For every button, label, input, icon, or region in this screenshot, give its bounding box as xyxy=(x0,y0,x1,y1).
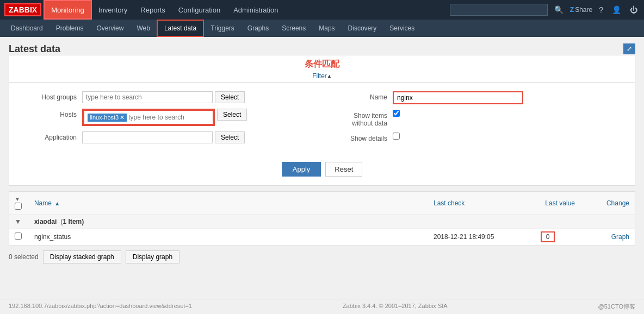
host-groups-input[interactable] xyxy=(82,91,213,103)
row-graph-cell: Graph xyxy=(580,229,635,246)
th-select-all: ▼ xyxy=(9,192,29,215)
show-details-row: Show details xyxy=(333,133,622,142)
bottom-bar: 0 selected Display stacked graph Display… xyxy=(9,246,635,268)
sec-nav-triggers[interactable]: Triggers xyxy=(204,20,241,37)
application-select-button[interactable]: Select xyxy=(215,131,245,143)
row-name-cell: nginx_status xyxy=(29,229,428,246)
condition-match-text: 条件匹配 xyxy=(9,55,635,70)
last-value-box: 0 xyxy=(541,231,555,242)
user-icon[interactable]: 👤 xyxy=(610,5,623,14)
sec-nav-discovery[interactable]: Discovery xyxy=(342,20,383,37)
table-header-row: ▼ Name ▲ Last check Last value Change xyxy=(9,192,635,215)
zabbix-logo: ZABBIX xyxy=(4,3,41,16)
filter-left: Host groups Select Hosts linux-host3 ✕ xyxy=(22,91,311,149)
sec-nav-maps[interactable]: Maps xyxy=(312,20,341,37)
group-name-cell: xiaodai (1 Item) xyxy=(29,215,635,229)
row-checkbox-cell[interactable] xyxy=(9,229,29,246)
filter-body: Host groups Select Hosts linux-host3 ✕ xyxy=(9,83,635,158)
host-tag-linux-host3: linux-host3 ✕ xyxy=(88,114,127,122)
sec-nav-web[interactable]: Web xyxy=(130,20,156,37)
main-nav: Monitoring Inventory Reports Configurati… xyxy=(44,0,450,20)
filter-title[interactable]: Filter xyxy=(312,72,327,80)
help-icon[interactable]: ? xyxy=(597,5,605,14)
graph-link[interactable]: Graph xyxy=(611,233,629,241)
secondary-navigation: Dashboard Problems Overview Web Latest d… xyxy=(0,20,644,37)
nav-reports[interactable]: Reports xyxy=(134,0,172,20)
nav-monitoring[interactable]: Monitoring xyxy=(44,0,92,20)
fullscreen-button[interactable]: ⤢ xyxy=(623,43,635,54)
main-content: Latest data ⤢ 条件匹配 Filter ▲ Host groups … xyxy=(0,37,644,274)
host-tag-close-icon[interactable]: ✕ xyxy=(120,114,125,121)
sec-nav-screens[interactable]: Screens xyxy=(275,20,312,37)
host-tags-area[interactable]: linux-host3 ✕ xyxy=(83,110,214,125)
top-search-input[interactable] xyxy=(450,4,548,16)
expand-icon[interactable]: ▼ xyxy=(15,196,20,202)
hosts-input-wrapper: linux-host3 ✕ xyxy=(82,109,215,126)
name-input[interactable] xyxy=(393,91,523,104)
show-details-label: Show details xyxy=(333,133,393,142)
nav-inventory[interactable]: Inventory xyxy=(92,0,134,20)
display-stacked-graph-button[interactable]: Display stacked graph xyxy=(43,250,121,263)
application-input[interactable] xyxy=(82,131,213,143)
sec-nav-latest-data[interactable]: Latest data xyxy=(157,20,204,37)
show-items-label: Show items without data xyxy=(333,110,393,127)
group-count-close: ) xyxy=(82,218,84,225)
hosts-row: Hosts linux-host3 ✕ Select xyxy=(22,109,311,126)
row-last-check-cell: 2018-12-21 18:49:05 xyxy=(428,229,515,246)
show-items-checkbox[interactable] xyxy=(393,110,400,117)
th-change: Change xyxy=(580,192,635,215)
group-chevron-icon[interactable]: ▼ xyxy=(15,218,21,225)
display-graph-button[interactable]: Display graph xyxy=(126,250,179,263)
th-name-label: Name xyxy=(34,199,52,207)
filter-arrow-icon: ▲ xyxy=(327,73,332,79)
search-icon[interactable]: 🔍 xyxy=(552,5,566,14)
nav-administration[interactable]: Administration xyxy=(227,0,284,20)
group-count-text: 1 Item xyxy=(63,218,82,225)
data-table-wrapper: ▼ Name ▲ Last check Last value Change xyxy=(9,191,635,246)
data-table: ▼ Name ▲ Last check Last value Change xyxy=(9,192,635,246)
hosts-label: Hosts xyxy=(22,109,82,118)
hosts-select-button[interactable]: Select xyxy=(217,109,247,121)
name-row: Name xyxy=(333,91,622,104)
filter-right: Name Show items without data Show detail… xyxy=(333,91,622,149)
item-name: nginx_status xyxy=(34,233,71,241)
filter-section: 条件匹配 Filter ▲ Host groups Select Hosts xyxy=(9,55,635,186)
share-button[interactable]: Z Share xyxy=(570,6,592,14)
filter-actions: Apply Reset xyxy=(9,158,635,185)
sec-nav-problems[interactable]: Problems xyxy=(49,20,90,37)
row-checkbox[interactable] xyxy=(15,233,22,240)
host-groups-label: Host groups xyxy=(22,91,82,101)
top-navigation: ZABBIX Monitoring Inventory Reports Conf… xyxy=(0,0,644,20)
table-row: nginx_status 2018-12-21 18:49:05 0 Graph xyxy=(9,229,635,246)
sec-nav-overview[interactable]: Overview xyxy=(90,20,130,37)
show-details-checkbox[interactable] xyxy=(393,133,400,140)
th-name[interactable]: Name ▲ xyxy=(29,192,428,215)
show-items-row: Show items without data xyxy=(333,110,622,127)
table-group-row: ▼ xiaodai (1 Item) xyxy=(9,215,635,229)
top-nav-right: 🔍 Z Share ? 👤 ⏻ xyxy=(450,4,640,16)
group-expand-cell[interactable]: ▼ xyxy=(9,215,29,229)
apply-button[interactable]: Apply xyxy=(282,162,321,177)
application-label: Application xyxy=(22,131,82,141)
filter-header[interactable]: Filter ▲ xyxy=(9,70,635,83)
share-label: Share xyxy=(575,6,592,14)
nav-configuration[interactable]: Configuration xyxy=(172,0,227,20)
reset-button[interactable]: Reset xyxy=(325,162,362,177)
th-last-value: Last value xyxy=(515,192,580,215)
th-last-check[interactable]: Last check xyxy=(428,192,515,215)
name-label: Name xyxy=(333,91,393,101)
power-icon[interactable]: ⏻ xyxy=(628,5,640,14)
sort-asc-icon: ▲ xyxy=(54,200,60,206)
host-tag-label: linux-host3 xyxy=(90,114,119,121)
logo: ZABBIX xyxy=(4,3,41,16)
sec-nav-graphs[interactable]: Graphs xyxy=(241,20,275,37)
host-groups-select-button[interactable]: Select xyxy=(215,91,245,103)
application-row: Application Select xyxy=(22,131,311,143)
row-last-value-cell: 0 xyxy=(515,229,580,246)
sec-nav-services[interactable]: Services xyxy=(383,20,421,37)
hosts-search-input[interactable] xyxy=(128,114,209,121)
select-all-checkbox[interactable] xyxy=(15,203,22,210)
sec-nav-dashboard[interactable]: Dashboard xyxy=(4,20,49,37)
host-groups-row: Host groups Select xyxy=(22,91,311,103)
selected-count: 0 selected xyxy=(9,253,39,261)
